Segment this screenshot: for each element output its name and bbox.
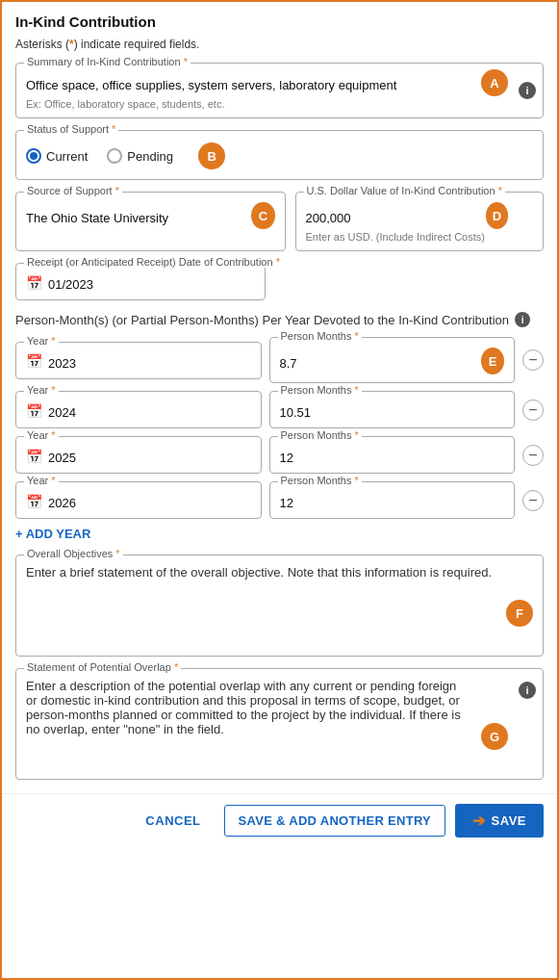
badge-e: E (481, 348, 504, 374)
pm-year-2-cal-icon: 📅 (26, 403, 42, 419)
dollar-input[interactable] (306, 207, 474, 225)
pm-months-1-input[interactable] (280, 352, 470, 371)
pm-months-2-label: Person Months * (278, 384, 362, 396)
pm-row-3: Year * 📅 Person Months * − (15, 436, 544, 474)
dollar-label: U.S. Dollar Value of In-Kind Contributio… (304, 185, 505, 196)
save-label: SAVE (492, 813, 526, 828)
source-input[interactable] (26, 207, 240, 225)
pm-section-label: Person-Month(s) (or Partial Person-Month… (15, 312, 544, 327)
pm-year-1-group: Year * 📅 (15, 342, 262, 379)
save-add-button[interactable]: SAVE & ADD ANOTHER ENTRY (224, 805, 446, 837)
pm-year-3-input[interactable] (48, 447, 251, 465)
remove-pm-row-2-btn[interactable]: − (522, 400, 544, 421)
pm-year-2-label: Year * (24, 384, 59, 396)
pm-year-3-group: Year * 📅 (15, 436, 262, 474)
pm-year-3-cal-icon: 📅 (26, 449, 42, 464)
badge-c: C (251, 202, 274, 229)
pm-row-2: Year * 📅 Person Months * − (15, 391, 544, 428)
save-arrow-icon: ➔ (472, 812, 486, 830)
pm-info-icon[interactable]: i (515, 312, 530, 327)
statement-overlap-label: Statement of Potential Overlap * (24, 661, 181, 673)
status-label: Status of Support * (24, 123, 118, 135)
remove-pm-row-1-btn[interactable]: − (522, 349, 544, 371)
pm-months-3-group: Person Months * (269, 436, 516, 474)
statement-overlap-input[interactable]: Enter a description of the potential ove… (26, 675, 470, 771)
footer-buttons: CANCEL SAVE & ADD ANOTHER ENTRY ➔ SAVE (2, 793, 557, 847)
receipt-label: Receipt (or Anticipated Receipt) Date of… (24, 256, 283, 268)
overall-objectives-label: Overall Objectives * (24, 548, 123, 559)
statement-info-icon[interactable]: i (519, 682, 536, 699)
pm-year-4-input[interactable] (48, 492, 251, 510)
badge-a: A (481, 69, 508, 96)
receipt-date-group: Receipt (or Anticipated Receipt) Date of… (15, 263, 266, 300)
summary-hint: Ex: Office, laboratory space, students, … (26, 98, 508, 110)
page-title: In-Kind Contribution (15, 13, 544, 30)
calendar-icon: 📅 (26, 275, 42, 291)
overall-objectives-input[interactable]: Enter a brief statement of the overall o… (26, 561, 495, 648)
radio-pending-circle (107, 148, 122, 164)
pm-year-2-input[interactable] (48, 401, 251, 420)
pm-row-1: Year * 📅 Person Months * E − (15, 337, 544, 383)
pm-months-3-label: Person Months * (278, 429, 362, 441)
pm-months-4-input[interactable] (280, 492, 505, 510)
pm-months-4-label: Person Months * (278, 475, 362, 486)
remove-pm-row-4-btn[interactable]: − (522, 490, 544, 511)
summary-input[interactable] (26, 74, 468, 92)
pm-year-4-label: Year * (24, 475, 59, 486)
radio-current-circle (26, 148, 41, 164)
pm-year-1-label: Year * (24, 335, 59, 347)
pm-row-4: Year * 📅 Person Months * − (15, 481, 544, 519)
pm-months-1-group: Person Months * E (269, 337, 516, 383)
badge-f: F (506, 600, 533, 627)
overall-objectives-group: Overall Objectives * Enter a brief state… (15, 554, 544, 657)
source-support-group: Source of Support * C (15, 192, 286, 251)
statement-overlap-group: Statement of Potential Overlap * Enter a… (15, 668, 544, 780)
pm-year-1-input[interactable] (48, 352, 251, 371)
pm-months-1-label: Person Months * (278, 330, 362, 342)
pm-year-4-group: Year * 📅 (15, 481, 262, 519)
radio-current[interactable]: Current (26, 148, 88, 164)
pm-year-2-group: Year * 📅 (15, 391, 262, 428)
cancel-button[interactable]: CANCEL (132, 806, 214, 836)
pm-months-4-group: Person Months * (269, 481, 516, 519)
pm-year-1-cal-icon: 📅 (26, 353, 42, 369)
source-label: Source of Support * (24, 185, 122, 196)
receipt-date-input[interactable] (48, 273, 255, 292)
radio-current-label: Current (46, 149, 88, 164)
status-support-group: Status of Support * Current Pending B (15, 130, 544, 180)
pm-months-2-group: Person Months * (269, 391, 516, 428)
save-button[interactable]: ➔ SAVE (455, 804, 544, 838)
summary-label: Summary of In-Kind Contribution * (24, 56, 191, 67)
badge-g: G (481, 723, 508, 750)
pm-year-4-cal-icon: 📅 (26, 494, 42, 509)
badge-b: B (198, 142, 225, 169)
required-note: Asterisks (*) indicate required fields. (15, 38, 544, 51)
badge-d: D (486, 202, 508, 229)
dollar-value-group: U.S. Dollar Value of In-Kind Contributio… (295, 192, 545, 251)
pm-year-3-label: Year * (24, 429, 59, 441)
dollar-hint: Enter as USD. (Include Indirect Costs) (306, 231, 509, 243)
radio-pending-label: Pending (127, 149, 173, 164)
radio-pending[interactable]: Pending (107, 148, 173, 164)
summary-info-icon[interactable]: i (519, 82, 536, 99)
add-year-btn[interactable]: + ADD YEAR (15, 527, 90, 541)
remove-pm-row-3-btn[interactable]: − (522, 445, 544, 466)
summary-field-group: Summary of In-Kind Contribution * A Ex: … (15, 63, 544, 118)
pm-months-2-input[interactable] (280, 401, 505, 420)
pm-months-3-input[interactable] (280, 447, 505, 465)
